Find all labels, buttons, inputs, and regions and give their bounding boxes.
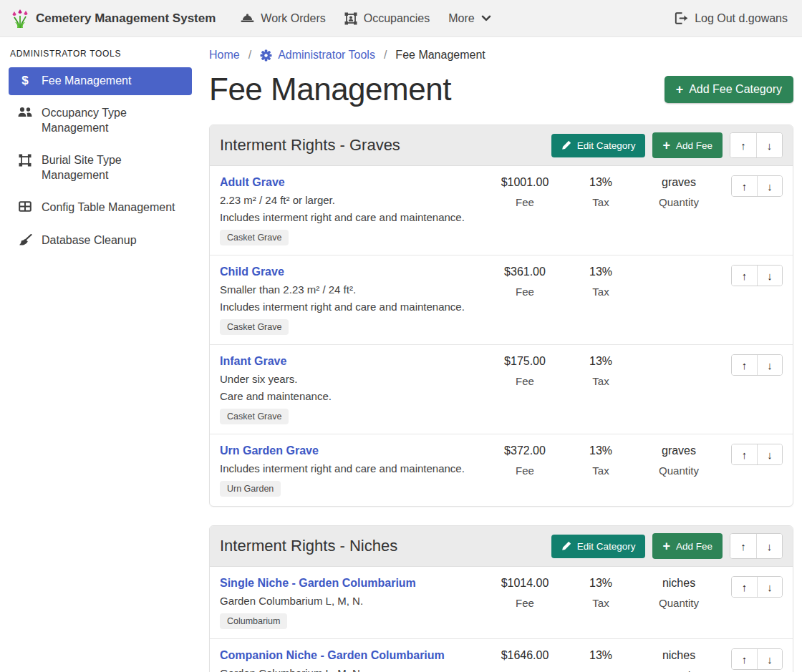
move-fee-down-button[interactable]: ↓ [757,355,782,375]
nav-occupancies[interactable]: Occupancies [335,6,440,31]
tax-label: Tax [565,669,637,672]
quantity-unit: graves [637,444,721,457]
tax-label: Tax [565,464,637,477]
nav-more[interactable]: More [439,6,500,31]
hard-hat-icon [241,13,254,24]
sidebar-item-burial-site-type[interactable]: Burial Site Type Management [9,147,192,190]
fee-descriptions: Under six years.Care and maintenance. [220,373,480,402]
sidebar-item-occupancy-type[interactable]: Occupancy Type Management [9,99,192,142]
move-fee-up-button[interactable]: ↑ [732,176,757,196]
plus-icon: + [662,139,670,152]
app-brand[interactable]: Cemetery Management System [11,9,216,29]
fee-descriptions: Garden Columbarium L, M, N, [220,667,480,672]
fee-reorder-group: ↑ ↓ [731,444,783,465]
quantity-unit: niches [637,577,721,590]
logout-button[interactable]: Log Out d.gowans [672,6,791,31]
logout-icon [675,12,688,24]
move-fee-down-button[interactable]: ↓ [757,577,782,597]
fee-label: Fee [485,597,565,609]
fee-main: Urn Garden Grave Includes interment righ… [220,443,485,497]
fee-description: Garden Columbarium L, M, N, [220,667,480,672]
fee-label: Fee [485,464,565,477]
move-category-down-button[interactable]: ↓ [756,133,782,157]
people-icon [17,107,33,117]
sidebar-item-label: Config Table Management [42,200,175,215]
fee-name-link[interactable]: Companion Niche - Garden Columbarium [220,649,445,662]
fee-reorder: ↑ ↓ [725,443,783,465]
tulip-logo-icon [11,9,29,29]
category-rows: Adult Grave 2.23 m² / 24 ft² or larger.I… [210,166,793,506]
add-fee-button[interactable]: + Add Fee [652,533,723,559]
move-fee-down-button[interactable]: ↓ [757,266,782,286]
fee-name-link[interactable]: Single Niche - Garden Columbarium [220,577,416,590]
sidebar-item-database-cleanup[interactable]: Database Cleanup [9,227,192,255]
up-arrow-icon: ↑ [740,140,746,152]
edit-category-button[interactable]: Edit Category [551,535,646,558]
tax-value: 13% [565,577,637,590]
up-arrow-icon: ↑ [740,540,746,552]
broom-icon [17,234,33,246]
fee-tag: Urn Garden [220,481,281,497]
tax-label: Tax [565,286,637,298]
fee-reorder-group: ↑ ↓ [731,576,783,598]
fee-label: Fee [485,375,565,387]
move-fee-up-button[interactable]: ↑ [732,577,757,597]
move-category-up-button[interactable]: ↑ [730,534,756,558]
move-fee-up-button[interactable]: ↑ [732,649,757,669]
add-fee-category-button[interactable]: + Add Fee Category [665,76,793,103]
logout-label: Log Out d.gowans [695,12,788,25]
top-navbar: Cemetery Management System Work Orders [0,0,802,37]
tax-col: 13% Tax [565,354,637,387]
fee-label: Fee [485,286,565,298]
fee-col: $361.00 Fee [485,264,565,298]
move-fee-down-button[interactable]: ↓ [757,176,782,196]
sidebar-item-label: Burial Site Type Management [42,153,183,182]
fee-name-link[interactable]: Child Grave [220,266,284,278]
move-fee-down-button[interactable]: ↓ [757,444,782,464]
sidebar-item-fee-management[interactable]: $ Fee Management [9,67,192,95]
tax-col: 13% Tax [565,443,637,477]
nav-work-orders[interactable]: Work Orders [231,6,334,31]
add-fee-button[interactable]: + Add Fee [652,132,723,158]
down-arrow-icon: ↓ [767,449,773,461]
breadcrumb-admin-tools-link[interactable]: Administrator Tools [260,49,375,62]
tax-value: 13% [565,176,637,189]
fee-col: $1001.00 Fee [485,175,565,208]
move-fee-up-button[interactable]: ↑ [732,444,757,464]
move-category-up-button[interactable]: ↑ [730,133,756,157]
category-rows: Single Niche - Garden Columbarium Garden… [210,567,793,672]
tax-col: 13% Tax [565,648,637,672]
fee-name-link[interactable]: Infant Grave [220,355,286,368]
tax-col: 13% Tax [565,264,637,298]
edit-category-label: Edit Category [577,140,636,151]
fee-reorder: ↑ ↓ [725,575,783,598]
sidebar-item-config-table[interactable]: Config Table Management [9,194,192,222]
down-arrow-icon: ↓ [767,540,773,552]
fee-main: Companion Niche - Garden Columbarium Gar… [220,648,485,672]
move-fee-up-button[interactable]: ↑ [732,266,757,286]
move-fee-up-button[interactable]: ↑ [732,355,757,375]
down-arrow-icon: ↓ [767,270,773,282]
sidebar-heading: ADMINISTRATOR TOOLS [10,49,192,59]
fee-tag: Casket Grave [220,409,289,424]
add-fee-label: Add Fee [676,140,712,151]
sidebar-item-label: Database Cleanup [42,233,137,248]
fee-descriptions: 2.23 m² / 24 ft² or larger.Includes inte… [220,194,480,223]
up-arrow-icon: ↑ [742,581,748,593]
tax-value: 13% [565,649,637,662]
fee-name-link[interactable]: Adult Grave [220,176,285,189]
move-fee-down-button[interactable]: ↓ [757,649,782,669]
fee-category-card: Interment Rights - Niches Edit Category … [209,525,793,672]
fee-reorder-group: ↑ ↓ [731,265,783,286]
edit-category-button[interactable]: Edit Category [551,134,646,157]
fee-description: Smaller than 2.23 m² / 24 ft². [220,283,480,296]
tax-label: Tax [565,375,637,387]
fee-row: Adult Grave 2.23 m² / 24 ft² or larger.I… [210,166,793,255]
tax-value: 13% [565,444,637,457]
fee-name-link[interactable]: Urn Garden Grave [220,444,319,457]
fee-reorder: ↑ ↓ [725,264,783,286]
fee-col: $1014.00 Fee [485,575,565,609]
quantity-col: niches Quantity [637,648,721,672]
breadcrumb-home-link[interactable]: Home [209,49,240,62]
move-category-down-button[interactable]: ↓ [756,534,782,558]
